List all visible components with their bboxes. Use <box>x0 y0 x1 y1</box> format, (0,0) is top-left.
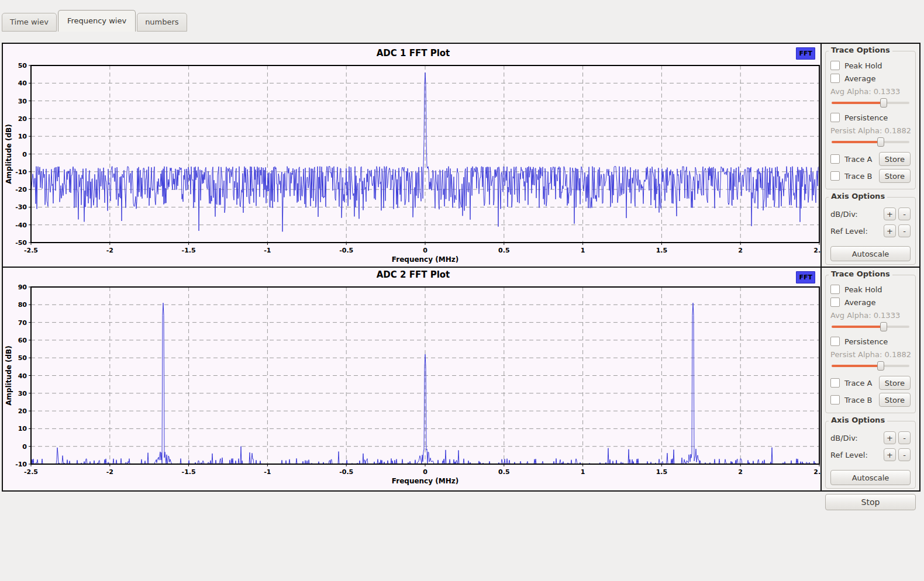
svg-text:40: 40 <box>18 372 27 380</box>
slider-handle[interactable] <box>877 361 884 371</box>
persistence-checkbox-1[interactable] <box>830 113 840 122</box>
store-trace-b-button-1[interactable]: Store <box>879 169 911 183</box>
svg-text:-2: -2 <box>106 247 113 254</box>
svg-text:0: 0 <box>22 443 27 451</box>
svg-text:-0.5: -0.5 <box>339 468 353 476</box>
peak-hold-row-1[interactable]: Peak Hold <box>830 61 911 70</box>
persistence-label-1: Persistence <box>844 113 888 122</box>
db-div-row-2: dB/Div: + - <box>830 431 911 444</box>
trace-a-checkbox-2[interactable] <box>830 378 840 388</box>
svg-text:-1: -1 <box>264 468 271 476</box>
slider-handle[interactable] <box>880 322 887 331</box>
peak-hold-checkbox-1[interactable] <box>830 61 840 70</box>
trace-b-checkbox-2[interactable] <box>830 395 840 404</box>
fft-badge-2: FFT <box>796 271 815 283</box>
trace-b-label-1: Trace B <box>844 172 873 181</box>
tab-bar: Time wiev Frequency wiev numbers <box>2 10 924 32</box>
svg-text:50: 50 <box>18 62 27 70</box>
control-panel-1: Trace Options Peak Hold Average Avg Alph… <box>822 44 919 267</box>
trace-a-label-1: Trace A <box>844 155 873 164</box>
slider-fill <box>832 141 881 143</box>
avg-alpha-slider-1[interactable] <box>832 98 909 108</box>
db-div-row-1: dB/Div: + - <box>830 208 911 220</box>
svg-text:-20: -20 <box>15 186 27 193</box>
svg-text:60: 60 <box>18 337 27 344</box>
trace-b-label-2: Trace B <box>844 396 873 404</box>
trace-b-row-1: Trace B Store <box>830 169 911 183</box>
trace-a-check-row-1[interactable]: Trace A <box>830 154 873 164</box>
slider-fill <box>832 326 884 328</box>
ref-level-plus-button-1[interactable]: + <box>884 224 896 237</box>
persistence-row-1[interactable]: Persistence <box>830 113 911 122</box>
trace-a-check-row-2[interactable]: Trace A <box>830 378 873 388</box>
stop-button-2[interactable]: Stop <box>825 494 916 510</box>
svg-text:70: 70 <box>18 319 27 327</box>
autoscale-button-2[interactable]: Autoscale <box>830 470 911 485</box>
svg-text:50: 50 <box>18 354 27 362</box>
average-row-1[interactable]: Average <box>830 74 911 83</box>
adc2-plot-area: -2.5-2-1.5-1-0.500.511.522.5-10010203040… <box>3 268 822 490</box>
avg-alpha-slider-2[interactable] <box>832 321 909 331</box>
svg-text:1.5: 1.5 <box>656 468 668 476</box>
adc1-plot-area: -2.5-2-1.5-1-0.500.511.522.5-50-40-30-20… <box>3 44 822 267</box>
trace-b-check-row-2[interactable]: Trace B <box>830 395 873 404</box>
svg-text:-1: -1 <box>264 247 271 254</box>
fft-badge-1: FFT <box>796 47 815 60</box>
peak-hold-row-2[interactable]: Peak Hold <box>830 285 911 294</box>
average-checkbox-1[interactable] <box>830 74 840 83</box>
slider-handle[interactable] <box>877 137 884 147</box>
axis-options-group-2: Axis Options dB/Div: + - Ref Level: + - … <box>825 421 916 489</box>
average-checkbox-2[interactable] <box>830 298 840 307</box>
db-div-minus-button-1[interactable]: - <box>898 208 911 220</box>
ref-level-label-2: Ref Level: <box>830 451 868 459</box>
persistence-checkbox-2[interactable] <box>830 337 840 346</box>
trace-a-label-2: Trace A <box>844 379 873 388</box>
adc2-fft-plot-canvas[interactable]: -2.5-2-1.5-1-0.500.511.522.5-10010203040… <box>3 268 822 490</box>
svg-text:Amplitude (dB): Amplitude (dB) <box>5 124 13 184</box>
adc1-row: -2.5-2-1.5-1-0.500.511.522.5-50-40-30-20… <box>3 44 919 267</box>
svg-text:-1.5: -1.5 <box>182 247 196 254</box>
svg-text:0.5: 0.5 <box>498 247 510 254</box>
svg-text:2: 2 <box>738 247 743 254</box>
db-div-minus-button-2[interactable]: - <box>898 431 911 444</box>
trace-options-legend-2: Trace Options <box>829 269 892 278</box>
svg-text:1: 1 <box>581 247 585 254</box>
tab-frequency-wiev[interactable]: Frequency wiev <box>58 10 136 32</box>
peak-hold-checkbox-2[interactable] <box>830 285 840 294</box>
db-div-label-1: dB/Div: <box>830 210 858 219</box>
store-trace-a-button-1[interactable]: Store <box>879 152 911 166</box>
trace-b-checkbox-1[interactable] <box>830 171 840 181</box>
control-panel-2: Trace Options Peak Hold Average Avg Alph… <box>822 268 919 490</box>
persist-alpha-slider-1[interactable] <box>832 137 909 147</box>
db-div-plus-button-1[interactable]: + <box>884 208 896 220</box>
svg-text:-40: -40 <box>15 222 27 229</box>
svg-text:-2.5: -2.5 <box>24 468 38 476</box>
trace-a-checkbox-1[interactable] <box>830 154 840 164</box>
persistence-row-2[interactable]: Persistence <box>830 337 911 346</box>
slider-handle[interactable] <box>880 98 887 108</box>
store-trace-b-button-2[interactable]: Store <box>879 393 911 407</box>
ref-level-minus-button-1[interactable]: - <box>898 224 911 237</box>
svg-text:1.5: 1.5 <box>656 247 668 254</box>
tab-numbers[interactable]: numbers <box>137 13 187 32</box>
peak-hold-label-2: Peak Hold <box>844 285 882 294</box>
ref-level-plus-button-2[interactable]: + <box>884 448 896 461</box>
svg-text:1: 1 <box>581 468 585 476</box>
svg-text:30: 30 <box>18 98 27 105</box>
svg-text:20: 20 <box>18 407 27 415</box>
store-trace-a-button-2[interactable]: Store <box>879 376 911 390</box>
tab-time-wiev[interactable]: Time wiev <box>2 13 57 32</box>
average-row-2[interactable]: Average <box>830 298 911 307</box>
slider-fill <box>832 102 884 104</box>
trace-options-legend-1: Trace Options <box>829 46 892 54</box>
ref-level-row-2: Ref Level: + - <box>830 448 911 461</box>
axis-options-legend-1: Axis Options <box>829 192 887 200</box>
trace-b-check-row-1[interactable]: Trace B <box>830 171 873 181</box>
adc1-fft-plot-canvas[interactable]: -2.5-2-1.5-1-0.500.511.522.5-50-40-30-20… <box>3 44 822 267</box>
persist-alpha-slider-2[interactable] <box>832 361 909 371</box>
avg-alpha-label-1: Avg Alpha: 0.1333 <box>830 87 911 96</box>
ref-level-minus-button-2[interactable]: - <box>898 448 911 461</box>
db-div-plus-button-2[interactable]: + <box>884 431 896 444</box>
axis-options-legend-2: Axis Options <box>829 416 887 424</box>
autoscale-button-1[interactable]: Autoscale <box>830 246 911 261</box>
